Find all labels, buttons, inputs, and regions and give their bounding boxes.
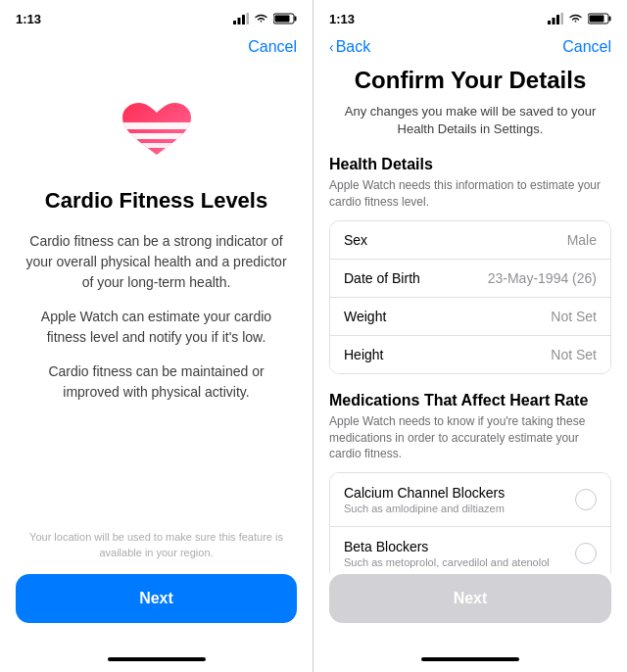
cancel-button-right[interactable]: Cancel [562,38,611,56]
table-row: Sex Male [330,221,610,260]
medication-info-beta: Beta Blockers Such as metoprolol, carved… [344,539,575,568]
svg-rect-6 [275,16,290,23]
left-para-2: Apple Watch can estimate your cardio fit… [24,307,289,348]
back-button-right[interactable]: ‹ Back [329,38,370,56]
nav-bar-right: ‹ Back Cancel [314,31,627,67]
next-btn-container-right: Next [314,574,627,652]
wifi-icon-right [568,14,583,24]
status-bar-left: 1:13 [0,0,313,31]
home-indicator-right [314,652,627,672]
svg-rect-0 [233,21,236,24]
left-para-3: Cardio fitness can be maintained or impr… [24,361,289,403]
medications-section-title: Medications That Affect Heart Rate [329,392,611,409]
next-btn-container-left: Next [0,574,313,652]
height-value: Not Set [551,347,597,362]
svg-rect-2 [242,15,245,24]
health-details-table: Sex Male Date of Birth 23-May-1994 (26) … [329,220,611,374]
sex-label: Sex [344,232,367,248]
medication-desc-beta: Such as metoprolol, carvedilol and ateno… [344,556,565,568]
svg-rect-5 [295,17,297,22]
svg-rect-8 [118,133,196,139]
weight-value: Not Set [551,309,597,324]
svg-rect-10 [548,21,551,24]
right-main-content: Confirm Your Details Any changes you mak… [314,67,627,574]
home-bar-right [421,657,519,661]
svg-rect-16 [590,16,604,23]
medication-row-beta[interactable]: Beta Blockers Such as metoprolol, carved… [330,527,610,574]
battery-icon-right [588,13,611,24]
status-icons-left [233,13,297,24]
table-row: Date of Birth 23-May-1994 (26) [330,260,610,298]
signal-icon [233,13,249,24]
svg-rect-3 [247,13,250,24]
signal-icon-right [548,13,563,24]
health-details-section-desc: Apple Watch needs this information to es… [329,177,611,211]
table-row: Height Not Set [330,336,610,373]
dob-label: Date of Birth [344,270,420,286]
health-details-section-title: Health Details [329,156,611,173]
status-bar-right: 1:13 [314,0,627,31]
status-icons-right [548,13,611,24]
cancel-button-left[interactable]: Cancel [248,38,297,56]
home-bar-left [108,657,206,661]
home-indicator-left [0,652,313,672]
medications-list: Calcium Channel Blockers Such as amlodip… [329,472,611,574]
radio-calcium[interactable] [575,489,597,510]
medications-section-desc: Apple Watch needs to know if you're taki… [329,413,611,462]
sex-value: Male [567,232,597,248]
left-main-content: Cardio Fitness Levels Cardio fitness can… [0,67,313,530]
left-screen-title: Cardio Fitness Levels [45,188,267,214]
dob-value: 23-May-1994 (26) [488,270,597,286]
table-row: Weight Not Set [330,298,610,336]
left-screen: 1:13 Cancel [0,0,314,672]
next-button-left[interactable]: Next [16,574,297,623]
wifi-icon [254,14,268,24]
right-screen-title: Confirm Your Details [329,67,611,95]
svg-rect-9 [118,143,196,148]
medication-row-calcium[interactable]: Calcium Channel Blockers Such as amlodip… [330,473,610,527]
back-chevron-icon: ‹ [329,39,334,55]
heart-icon-container [118,96,196,168]
status-time-right: 1:13 [329,12,355,26]
medication-name-calcium: Calcium Channel Blockers [344,485,565,501]
medication-desc-calcium: Such as amlodipine and diltiazem [344,503,565,514]
back-label: Back [336,38,371,56]
svg-rect-15 [609,17,611,22]
svg-rect-7 [118,122,196,129]
right-screen: 1:13 ‹ Back Cancel [314,0,627,672]
svg-rect-12 [556,15,559,24]
battery-icon [273,13,297,24]
status-time-left: 1:13 [16,12,41,26]
location-notice: Your location will be used to make sure … [0,530,313,560]
next-button-right[interactable]: Next [329,574,611,623]
height-label: Height [344,347,383,362]
medication-info-calcium: Calcium Channel Blockers Such as amlodip… [344,485,575,514]
weight-label: Weight [344,309,386,324]
medication-name-beta: Beta Blockers [344,539,565,554]
heart-icon [118,96,196,165]
nav-bar-left: Cancel [0,31,313,67]
radio-beta[interactable] [575,543,597,564]
right-subtitle: Any changes you make will be saved to yo… [329,103,611,138]
svg-rect-13 [561,13,564,24]
svg-rect-1 [238,18,241,24]
svg-rect-11 [553,18,555,24]
left-para-1: Cardio fitness can be a strong indicator… [24,231,289,293]
left-body-text: Cardio fitness can be a strong indicator… [24,231,289,416]
